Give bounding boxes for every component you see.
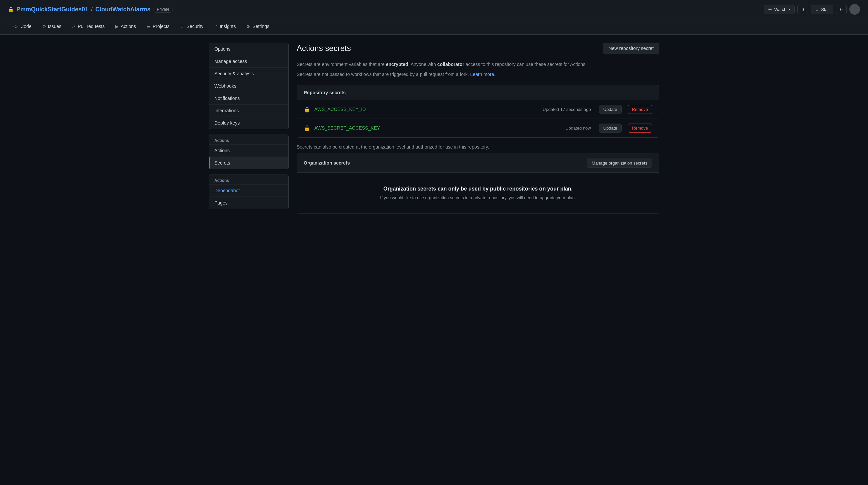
secret-lock-icon-2: 🔒 (304, 125, 310, 131)
encrypted-bold: encrypted (386, 62, 408, 67)
org-secrets-sub: If you would like to use organization se… (304, 195, 652, 200)
organization-secrets-header: Organization secrets Manage organization… (297, 154, 659, 172)
security-icon: 🛡 (180, 24, 185, 29)
tab-projects[interactable]: ☰ Projects (141, 19, 175, 34)
tab-security-label: Security (187, 24, 204, 29)
new-repository-secret-button[interactable]: New repository secret (603, 43, 659, 54)
avatar[interactable] (849, 4, 860, 15)
topbar: 🔒 PmmQuickStartGuides01 / CloudWatchAlar… (0, 0, 868, 19)
secret-row-2: 🔒 AWS_SECRET_ACCESS_KEY Updated now Upda… (297, 119, 659, 137)
description-line2: Secrets are not passed to workflows that… (297, 71, 659, 78)
remove-button-2[interactable]: Remove (628, 124, 652, 133)
projects-icon: ☰ (147, 24, 151, 29)
update-button-1[interactable]: Update (599, 105, 622, 114)
tab-code[interactable]: <> Code (8, 19, 37, 34)
star-icon: ☆ (815, 7, 819, 12)
issues-icon: ⊙ (42, 24, 46, 29)
manage-organization-secrets-button[interactable]: Manage organization secrets (587, 159, 652, 167)
repo-separator: / (91, 6, 93, 13)
page-title: Actions secrets (297, 44, 351, 53)
sidebar-section-main: Options Manage access Security & analysi… (209, 43, 289, 129)
star-count: 0 (836, 5, 847, 14)
repository-secrets-box: Repository secrets 🔒 AWS_ACCESS_KEY_ID U… (297, 85, 659, 137)
remove-button-1[interactable]: Remove (628, 105, 652, 114)
sidebar-group-label-actions: Actions (209, 135, 288, 144)
eye-icon: 👁 (768, 7, 772, 12)
tab-actions[interactable]: ▶ Actions (110, 19, 141, 34)
sidebar-item-pages[interactable]: Pages (209, 197, 288, 209)
nav-tabs: <> Code ⊙ Issues ⇄ Pull requests ▶ Actio… (0, 19, 868, 35)
tab-settings-label: Settings (252, 24, 269, 29)
sidebar-item-options[interactable]: Options (209, 43, 288, 55)
sidebar-group-label-actions2: Actions (209, 175, 288, 185)
description-line1: Secrets are environment variables that a… (297, 61, 659, 68)
sidebar-item-actions[interactable]: Actions (209, 144, 288, 157)
learn-more-link[interactable]: Learn more (470, 72, 494, 77)
tab-insights-label: Insights (220, 24, 236, 29)
organization-secrets-box: Organization secrets Manage organization… (297, 154, 659, 214)
secret-meta-1: Updated 17 seconds ago (542, 107, 591, 112)
sidebar-item-manage-access[interactable]: Manage access (209, 55, 288, 68)
watch-label: Watch (774, 7, 786, 12)
content-header: Actions secrets New repository secret (297, 43, 659, 54)
secret-name-2: AWS_SECRET_ACCESS_KEY (314, 125, 561, 131)
chevron-down-icon: ▾ (788, 7, 790, 12)
sidebar-section-actions: Actions Actions Secrets (209, 135, 289, 169)
repo-name[interactable]: CloudWatchAlarms (95, 6, 150, 13)
tab-pull-requests-label: Pull requests (78, 24, 105, 29)
org-secrets-note: Secrets can also be created at the organ… (297, 144, 659, 150)
star-button[interactable]: ☆ Star (811, 5, 833, 14)
actions-icon: ▶ (115, 24, 119, 29)
code-icon: <> (13, 24, 18, 29)
tab-settings[interactable]: ⚙ Settings (241, 19, 275, 34)
private-badge: Private (153, 6, 173, 13)
secret-row-1: 🔒 AWS_ACCESS_KEY_ID Updated 17 seconds a… (297, 100, 659, 119)
tab-insights[interactable]: ↗ Insights (209, 19, 241, 34)
sidebar-item-webhooks[interactable]: Webhooks (209, 80, 288, 92)
pull-requests-icon: ⇄ (72, 24, 76, 29)
update-button-2[interactable]: Update (599, 124, 622, 133)
organization-secrets-label: Organization secrets (304, 160, 350, 166)
repo-owner[interactable]: PmmQuickStartGuides01 (16, 6, 88, 13)
content: Actions secrets New repository secret Se… (297, 43, 659, 215)
tab-pull-requests[interactable]: ⇄ Pull requests (67, 19, 110, 34)
collaborator-bold: collaborator (437, 62, 464, 67)
repository-secrets-label: Repository secrets (304, 90, 346, 95)
sidebar-item-dependabot[interactable]: Dependabot (209, 185, 288, 197)
secret-name-1: AWS_ACCESS_KEY_ID (314, 106, 539, 112)
org-secrets-title: Organization secrets can only be used by… (304, 186, 652, 192)
repository-secrets-header: Repository secrets (297, 85, 659, 100)
tab-code-label: Code (20, 24, 31, 29)
sidebar-item-notifications[interactable]: Notifications (209, 92, 288, 105)
secret-lock-icon-1: 🔒 (304, 106, 310, 112)
sidebar: Options Manage access Security & analysi… (209, 43, 289, 215)
sidebar-item-integrations[interactable]: Integrations (209, 105, 288, 117)
organization-secrets-body: Organization secrets can only be used by… (297, 172, 659, 214)
topbar-right: 👁 Watch ▾ 0 ☆ Star 0 (764, 4, 860, 15)
watch-count: 0 (797, 5, 808, 14)
tab-issues[interactable]: ⊙ Issues (37, 19, 67, 34)
secret-meta-2: Updated now (565, 126, 591, 131)
lock-icon: 🔒 (8, 7, 14, 12)
tab-security[interactable]: 🛡 Security (175, 19, 209, 34)
settings-icon: ⚙ (246, 24, 250, 29)
sidebar-section-dependabot: Actions Dependabot Pages (209, 174, 289, 209)
insights-icon: ↗ (214, 24, 218, 29)
main-layout: Options Manage access Security & analysi… (201, 35, 667, 223)
sidebar-item-security-analysis[interactable]: Security & analysis (209, 68, 288, 80)
tab-projects-label: Projects (153, 24, 170, 29)
watch-button[interactable]: 👁 Watch ▾ (764, 5, 795, 14)
star-label: Star (821, 7, 829, 12)
tab-actions-label: Actions (121, 24, 136, 29)
sidebar-item-deploy-keys[interactable]: Deploy keys (209, 117, 288, 129)
topbar-left: 🔒 PmmQuickStartGuides01 / CloudWatchAlar… (8, 6, 758, 13)
sidebar-item-secrets[interactable]: Secrets (209, 157, 288, 169)
tab-issues-label: Issues (48, 24, 61, 29)
